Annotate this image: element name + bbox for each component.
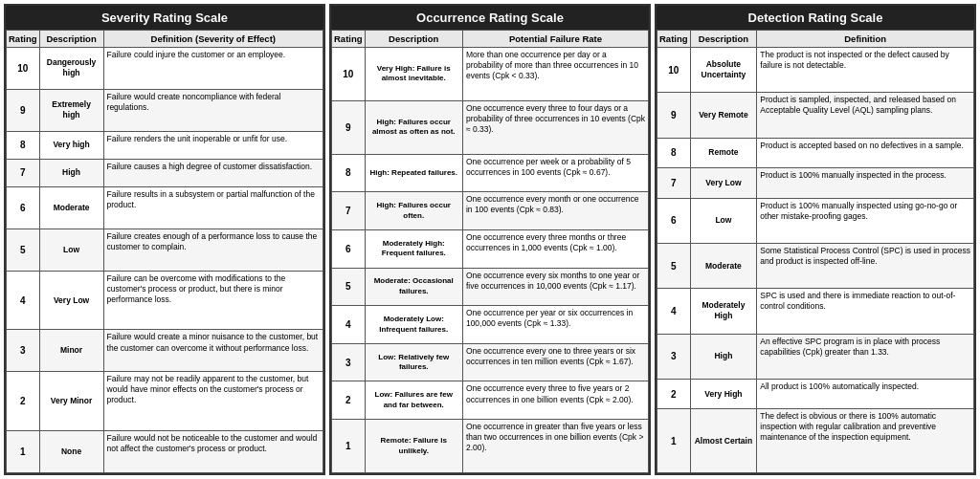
occurrence-rating-5: 5 — [332, 268, 366, 306]
table-row: 4 Very Low Failure can be overcome with … — [7, 271, 323, 330]
detection-rating-10: 10 — [657, 48, 691, 93]
table-row: 6 Moderately High: Frequent failures. On… — [332, 229, 649, 268]
detection-def-4: SPC is used and there is immediate react… — [757, 289, 974, 334]
detection-col-rating: Rating — [657, 31, 691, 48]
occurrence-title: Occurrence Rating Scale — [331, 6, 649, 30]
table-row: 3 Minor Failure would create a minor nui… — [7, 330, 323, 372]
severity-col-desc: Description — [39, 31, 103, 48]
severity-rating-9: 9 — [7, 89, 40, 131]
occurrence-col-desc: Description — [365, 31, 462, 48]
detection-rating-6: 6 — [657, 198, 691, 243]
occurrence-rating-9: 9 — [332, 100, 366, 154]
severity-desc-6: Moderate — [39, 187, 103, 229]
occurrence-desc-1: Remote: Failure is unlikely. — [365, 420, 462, 473]
occurrence-desc-2: Low: Failures are few and far between. — [365, 381, 462, 420]
severity-rating-5: 5 — [7, 229, 40, 271]
table-row: 6 Low Product is 100% manually inspected… — [657, 198, 974, 243]
severity-rating-3: 3 — [7, 330, 40, 372]
table-row: 2 Very Minor Failure may not be readily … — [7, 372, 323, 431]
occurrence-desc-4: Moderately Low: Infrequent failures. — [365, 306, 462, 344]
detection-rating-4: 4 — [657, 289, 691, 334]
severity-desc-5: Low — [39, 229, 103, 271]
occurrence-rating-6: 6 — [332, 229, 366, 268]
occurrence-def-3: One occurrence every one to three years … — [462, 343, 648, 381]
detection-def-1: The defect is obvious or there is 100% a… — [757, 409, 974, 473]
detection-def-7: Product is 100% manually inspected in th… — [757, 168, 974, 198]
detection-rating-2: 2 — [657, 379, 691, 408]
table-row: 5 Moderate: Occasional failures. One occ… — [332, 268, 649, 306]
severity-rating-10: 10 — [7, 48, 40, 90]
detection-rating-8: 8 — [657, 138, 691, 167]
table-row: 10 Absolute Uncertainty The product is n… — [657, 48, 974, 93]
table-row: 1 Almost Certain The defect is obvious o… — [657, 409, 974, 473]
detection-desc-3: High — [690, 334, 757, 379]
detection-title: Detection Rating Scale — [657, 6, 974, 30]
occurrence-desc-5: Moderate: Occasional failures. — [365, 268, 462, 306]
occurrence-def-9: One occurrence every three to four days … — [462, 100, 648, 154]
detection-def-8: Product is accepted based on no defectiv… — [757, 138, 974, 167]
severity-rating-7: 7 — [7, 159, 40, 186]
occurrence-def-2: One occurrence every three to five years… — [462, 381, 648, 420]
table-row: 9 Very Remote Product is sampled, inspec… — [657, 93, 974, 138]
detection-rating-9: 9 — [657, 93, 691, 138]
occurrence-rating-1: 1 — [332, 420, 366, 473]
severity-desc-2: Very Minor — [39, 372, 103, 431]
occurrence-def-5: One occurrence every six months to one y… — [462, 268, 648, 306]
occurrence-def-7: One occurrence every month or one occurr… — [462, 192, 648, 230]
detection-desc-4: Moderately High — [690, 289, 757, 334]
table-row: 8 High: Repeated failures. One occurrenc… — [332, 154, 649, 192]
table-row: 10 Dangerously high Failure could injure… — [7, 48, 323, 90]
occurrence-def-10: More than one occurrence per day or a pr… — [462, 48, 648, 101]
table-row: 9 High: Failures occur almost as often a… — [332, 100, 649, 154]
table-row: 7 High: Failures occur often. One occurr… — [332, 192, 649, 230]
detection-desc-9: Very Remote — [690, 93, 757, 138]
detection-col-def: Definition — [757, 31, 974, 48]
detection-col-desc: Description — [690, 31, 757, 48]
severity-desc-7: High — [39, 159, 103, 186]
detection-section: Detection Rating Scale Rating Descriptio… — [655, 4, 976, 475]
detection-desc-8: Remote — [690, 138, 757, 167]
severity-def-4: Failure can be overcome with modificatio… — [103, 271, 323, 330]
severity-desc-8: Very high — [39, 131, 103, 159]
table-row: 10 Very High: Failure is almost inevitab… — [332, 48, 649, 101]
detection-rating-1: 1 — [657, 409, 691, 473]
table-row: 3 Low: Relatively few failures. One occu… — [332, 343, 649, 381]
occurrence-rating-4: 4 — [332, 306, 366, 344]
occurrence-def-6: One occurrence every three months or thr… — [462, 229, 648, 268]
occurrence-rating-10: 10 — [332, 48, 366, 101]
severity-desc-9: Extremely high — [39, 89, 103, 131]
detection-desc-6: Low — [690, 198, 757, 243]
detection-def-6: Product is 100% manually inspected using… — [757, 198, 974, 243]
severity-rating-6: 6 — [7, 187, 40, 229]
table-row: 7 High Failure causes a high degree of c… — [7, 159, 323, 186]
severity-def-2: Failure may not be readily apparent to t… — [103, 372, 323, 431]
severity-desc-3: Minor — [39, 330, 103, 372]
severity-def-10: Failure could injure the customer or an … — [103, 48, 323, 90]
severity-desc-10: Dangerously high — [39, 48, 103, 90]
detection-desc-10: Absolute Uncertainty — [690, 48, 757, 93]
table-row: 7 Very Low Product is 100% manually insp… — [657, 168, 974, 198]
occurrence-desc-6: Moderately High: Frequent failures. — [365, 229, 462, 268]
table-row: 8 Very high Failure renders the unit ino… — [7, 131, 323, 159]
severity-col-rating: Rating — [7, 31, 40, 48]
table-row: 3 High An effective SPC program is in pl… — [657, 334, 974, 379]
detection-def-2: All product is 100% automatically inspec… — [757, 379, 974, 408]
severity-def-6: Failure results in a subsystem or partia… — [103, 187, 323, 229]
severity-rating-8: 8 — [7, 131, 40, 159]
detection-def-3: An effective SPC program is in place wit… — [757, 334, 974, 379]
table-row: 6 Moderate Failure results in a subsyste… — [7, 187, 323, 229]
detection-def-5: Some Statistical Process Control (SPC) i… — [757, 243, 974, 288]
table-row: 5 Moderate Some Statistical Process Cont… — [657, 243, 974, 288]
table-row: 8 Remote Product is accepted based on no… — [657, 138, 974, 167]
severity-def-7: Failure causes a high degree of customer… — [103, 159, 323, 186]
occurrence-rating-2: 2 — [332, 381, 366, 420]
severity-rating-1: 1 — [7, 431, 40, 473]
occurrence-col-def: Potential Failure Rate — [462, 31, 648, 48]
severity-def-1: Failure would not be noticeable to the c… — [103, 431, 323, 473]
table-row: 2 Low: Failures are few and far between.… — [332, 381, 649, 420]
detection-desc-5: Moderate — [690, 243, 757, 288]
occurrence-def-8: One occurrence per week or a probability… — [462, 154, 648, 192]
detection-rating-7: 7 — [657, 168, 691, 198]
occurrence-col-rating: Rating — [332, 31, 366, 48]
table-row: 5 Low Failure creates enough of a perfor… — [7, 229, 323, 271]
